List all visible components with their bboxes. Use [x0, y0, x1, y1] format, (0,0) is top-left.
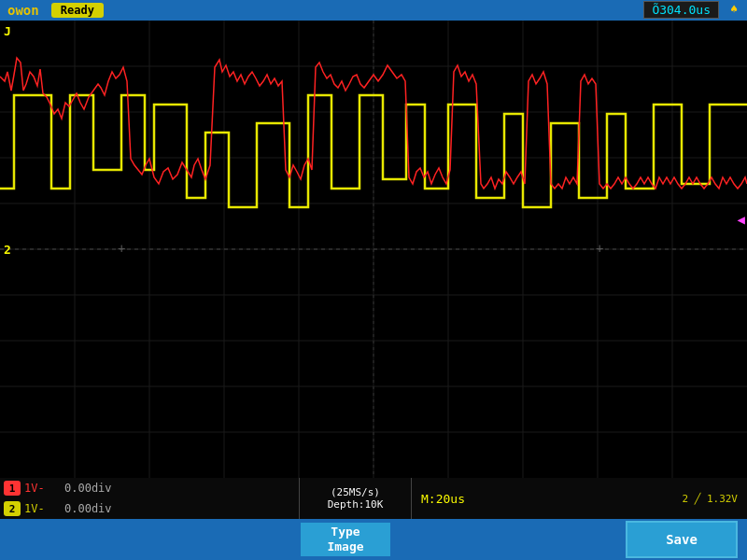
top-bar: owon Ready Õ304.0us ♠ — [0, 0, 747, 21]
type-image-button[interactable]: Type Image — [299, 521, 392, 558]
ch1-top-label: J — [4, 24, 11, 38]
ch2-number: 2 — [4, 501, 21, 516]
sample-info: (25MS/s) Depth:10K — [299, 478, 411, 519]
ch1-volt: 1V- — [24, 482, 57, 495]
grid: + + — [0, 21, 747, 478]
ch2-volt: 1V- — [24, 502, 57, 515]
logo: owon — [0, 3, 47, 18]
type-label-line1: Type — [331, 525, 359, 539]
trigger-marker: ◀ — [738, 212, 745, 227]
type-label-line2: Image — [327, 539, 363, 554]
ch2-offset: 0.00div — [64, 502, 125, 515]
ch1-row: 1 1V- 0.00div — [0, 478, 299, 498]
logo-text: won — [15, 3, 38, 18]
ch1-offset: 0.00div — [64, 482, 125, 495]
sample-rate-label: (25MS/s) — [331, 486, 380, 498]
ch1-number: 1 — [4, 481, 21, 496]
scope-screen: + + J 2 ◀ — [0, 21, 747, 478]
ch2-right-value: 2 ╱ 1.32V — [682, 478, 747, 519]
status-badge: Ready — [51, 3, 104, 18]
save-button[interactable]: Save — [626, 521, 738, 558]
time-display: Õ304.0us — [643, 1, 719, 19]
buttons-row: Type Image Save — [0, 519, 747, 560]
svg-text:+: + — [118, 241, 125, 256]
ch2-left-label: 2 — [4, 243, 11, 257]
channel-readings: 1 1V- 0.00div 2 1V- 0.00div — [0, 478, 299, 519]
timebase-section: M:20us — [411, 478, 682, 519]
ch2-row: 2 1V- 0.00div — [0, 498, 299, 519]
svg-text:+: + — [596, 241, 603, 256]
timebase-label: M:20us — [421, 492, 465, 506]
trigger-icon: ♠ — [730, 2, 738, 16]
bottom-bar: 1 1V- 0.00div 2 1V- 0.00div (25MS/s) Dep… — [0, 478, 747, 560]
depth-label: Depth:10K — [328, 498, 384, 511]
